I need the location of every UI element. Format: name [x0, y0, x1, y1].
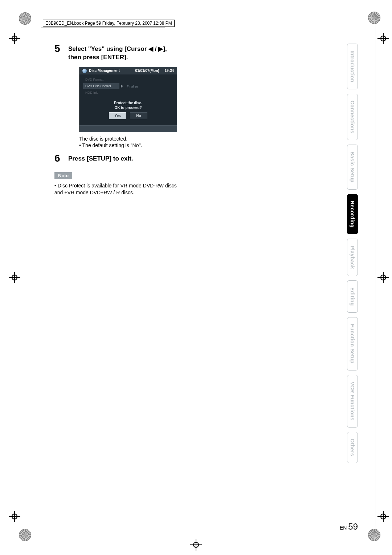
registration-wheel-icon	[19, 529, 31, 541]
registration-target-icon	[380, 274, 387, 281]
tab-playback[interactable]: Playback	[347, 239, 358, 276]
tab-others[interactable]: Others	[347, 432, 358, 463]
note-badge: Note	[54, 172, 72, 179]
print-header-text: E3B90ED_EN.book Page 59 Friday, February…	[43, 20, 175, 27]
dialog-line2: OK to proceed?	[114, 106, 142, 110]
confirm-dialog: Protect the disc. OK to proceed? Yes No	[101, 101, 155, 119]
tab-recording[interactable]: Recording	[347, 194, 358, 235]
tab-introduction[interactable]: Introduction	[347, 44, 358, 89]
main-content: 5 Select "Yes" using [Cursor ◀ / ▶], the…	[54, 44, 309, 196]
tab-editing[interactable]: Editing	[347, 280, 358, 313]
section-tabs: Introduction Connections Basic Setup Rec…	[347, 44, 358, 463]
scr-footer	[79, 125, 177, 132]
step-number: 6	[54, 153, 65, 163]
page-prefix: EN	[340, 525, 347, 531]
menu-hdd-init: HDD Init	[83, 90, 173, 96]
note-divider	[54, 180, 185, 180]
scr-time: 19:34	[164, 69, 174, 73]
page-number-value: 59	[348, 522, 358, 531]
note-text: Disc Protect is available for VR mode DV…	[54, 182, 185, 196]
disc-icon	[82, 69, 87, 73]
default-setting-note: The default setting is "No".	[79, 142, 309, 148]
step-6: 6 Press [SETUP] to exit.	[54, 153, 309, 163]
step-number: 5	[54, 44, 65, 54]
trim-line	[22, 15, 22, 540]
tab-basic-setup[interactable]: Basic Setup	[347, 145, 358, 190]
registration-target-icon	[11, 513, 18, 520]
registration-wheel-icon	[368, 12, 380, 24]
step-text: Select "Yes" using [Cursor ◀ / ▶], then …	[68, 44, 167, 62]
scr-titlebar: Disc Management 01/01/07(Mon) 19:34	[79, 67, 177, 74]
step-text: Press [SETUP] to exit.	[68, 153, 133, 163]
menu-dvd-disc-control: DVD Disc Control	[83, 83, 119, 89]
tab-vcr-functions[interactable]: VCR Functions	[347, 375, 358, 428]
step-5: 5 Select "Yes" using [Cursor ◀ / ▶], the…	[54, 44, 309, 62]
menu-dvd-format: DVD Format	[83, 77, 173, 82]
registration-wheel-icon	[19, 12, 31, 25]
registration-target-icon	[380, 35, 387, 42]
registration-target-icon	[380, 513, 387, 520]
dialog-yes-button[interactable]: Yes	[109, 112, 126, 119]
dialog-line1: Protect the disc.	[114, 101, 142, 105]
dialog-no-button[interactable]: No	[130, 112, 147, 119]
registration-wheel-icon	[368, 529, 380, 541]
registration-target-icon	[11, 274, 18, 281]
result-caption: The disc is protected.	[79, 136, 309, 142]
page-number: EN 59	[340, 522, 358, 532]
device-screenshot: Disc Management 01/01/07(Mon) 19:34 DVD …	[79, 67, 177, 132]
tab-function-setup[interactable]: Function Setup	[347, 317, 358, 370]
tab-connections[interactable]: Connections	[347, 94, 358, 140]
menu-finalise: Finalise	[127, 85, 138, 88]
scr-title: Disc Management	[89, 69, 120, 73]
registration-target-icon	[11, 35, 18, 42]
print-header: E3B90ED_EN.book Page 59 Friday, February…	[43, 20, 177, 27]
registration-target-icon	[192, 541, 200, 548]
scr-date: 01/01/07(Mon)	[135, 69, 159, 73]
trim-line	[376, 15, 376, 540]
